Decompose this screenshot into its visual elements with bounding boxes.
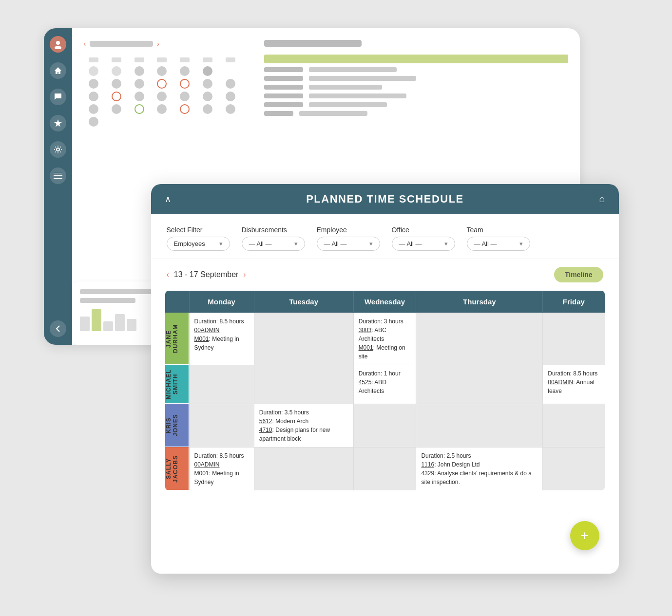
menu-icon[interactable] (50, 168, 66, 184)
home-button[interactable]: ⌂ (599, 193, 605, 205)
sally-friday[interactable] (543, 447, 605, 490)
kris-tuesday[interactable]: Duration: 3.5 hours 5612: Modern Arch 47… (254, 404, 353, 447)
th-monday: Monday (189, 290, 254, 313)
table-row: KRISJONES Duration: 3.5 hours 5612: Mode… (165, 404, 605, 447)
filter-row: Select Filter Employees ▾ Disbursements … (151, 214, 619, 259)
star-icon[interactable] (50, 115, 66, 131)
sally-monday[interactable]: Duration: 8.5 hours 00ADMIN M001: Meetin… (189, 447, 254, 490)
table-row: MICHAELSMITH Duration: 1 hour 4525: ABD … (165, 365, 605, 404)
filter-select-group: Select Filter Employees ▾ (167, 226, 230, 251)
th-thursday: Thursday (416, 290, 543, 313)
chevron-down-icon: ▾ (519, 240, 523, 247)
kris-monday[interactable] (189, 404, 254, 447)
chevron-down-icon: ▾ (294, 240, 298, 247)
date-nav-row: ‹ 13 - 17 September › Timeline (151, 259, 619, 290)
michael-tuesday[interactable] (254, 365, 353, 404)
disbursements-dropdown[interactable]: — All — ▾ (242, 237, 305, 251)
schedule-table: Monday Tuesday Wednesday Thursday Friday… (165, 290, 605, 491)
filter-dropdown[interactable]: Employees ▾ (167, 237, 230, 251)
sally-wednesday[interactable] (353, 447, 416, 490)
svg-point-1 (55, 46, 61, 49)
chevron-down-icon: ▾ (369, 240, 373, 247)
th-employee (165, 290, 189, 313)
employee-label: Employee (317, 226, 380, 234)
table-header-row: Monday Tuesday Wednesday Thursday Friday (165, 290, 605, 313)
chevron-down-icon: ▾ (219, 240, 223, 247)
team-filter-group: Team — All — ▾ (467, 226, 530, 251)
jane-wednesday[interactable]: Duration: 3 hours 3003: ABC Architects M… (353, 313, 416, 365)
main-container: ‹ › (44, 28, 629, 588)
employee-name-michael: MICHAELSMITH (165, 365, 189, 404)
jane-monday[interactable]: Duration: 8.5 hours 00ADMIN M001: Meetin… (189, 313, 254, 365)
collapse-button[interactable]: ∧ (165, 194, 171, 205)
jane-tuesday[interactable] (254, 313, 353, 365)
panel-title: PLANNED TIME SCHEDULE (306, 193, 464, 205)
chevron-down-icon: ▾ (444, 240, 448, 247)
back-icon[interactable] (50, 320, 66, 337)
sally-thursday[interactable]: Duration: 2.5 hours 1116: John Design Lt… (416, 447, 543, 490)
next-date-button[interactable]: › (243, 270, 246, 279)
office-label: Office (392, 226, 455, 234)
team-label: Team (467, 226, 530, 234)
svg-point-0 (56, 41, 60, 45)
date-nav-left: ‹ 13 - 17 September › (167, 270, 246, 279)
office-filter-group: Office — All — ▾ (392, 226, 455, 251)
main-panel: ∧ PLANNED TIME SCHEDULE ⌂ Select Filter … (151, 184, 619, 574)
add-button[interactable]: + (570, 521, 599, 550)
employee-dropdown[interactable]: — All — ▾ (317, 237, 380, 251)
filter-label: Select Filter (167, 226, 230, 234)
michael-thursday[interactable] (416, 365, 543, 404)
svg-point-2 (57, 148, 59, 151)
th-tuesday: Tuesday (254, 290, 353, 313)
employee-name-sally: SALLYJACOBS (165, 447, 189, 490)
chat-icon[interactable] (50, 89, 66, 105)
disbursements-label: Disbursements (242, 226, 305, 234)
jane-friday[interactable] (543, 313, 605, 365)
th-friday: Friday (543, 290, 605, 313)
table-row: JANEDURHAM Duration: 8.5 hours 00ADMIN M… (165, 313, 605, 365)
kris-wednesday[interactable] (353, 404, 416, 447)
employee-name-kris: KRISJONES (165, 404, 189, 447)
team-dropdown[interactable]: — All — ▾ (467, 237, 530, 251)
michael-wednesday[interactable]: Duration: 1 hour 4525: ABD Architects (353, 365, 416, 404)
panel-header: ∧ PLANNED TIME SCHEDULE ⌂ (151, 184, 619, 214)
employee-name-jane: JANEDURHAM (165, 313, 189, 365)
michael-friday[interactable]: Duration: 8.5 hours 00ADMIN: Annual leav… (543, 365, 605, 404)
th-wednesday: Wednesday (353, 290, 416, 313)
home-icon[interactable] (50, 62, 66, 79)
prev-date-button[interactable]: ‹ (167, 270, 169, 279)
office-dropdown[interactable]: — All — ▾ (392, 237, 455, 251)
settings-icon[interactable] (50, 141, 66, 158)
jane-thursday[interactable] (416, 313, 543, 365)
sidebar (44, 28, 72, 345)
kris-thursday[interactable] (416, 404, 543, 447)
avatar-icon[interactable] (50, 36, 66, 53)
employee-filter-group: Employee — All — ▾ (317, 226, 380, 251)
kris-friday[interactable] (543, 404, 605, 447)
michael-monday[interactable] (189, 365, 254, 404)
timeline-button[interactable]: Timeline (554, 267, 603, 282)
date-range-label: 13 - 17 September (174, 270, 239, 279)
sally-tuesday[interactable] (254, 447, 353, 490)
table-row: SALLYJACOBS Duration: 8.5 hours 00ADMIN … (165, 447, 605, 490)
disbursements-filter-group: Disbursements — All — ▾ (242, 226, 305, 251)
